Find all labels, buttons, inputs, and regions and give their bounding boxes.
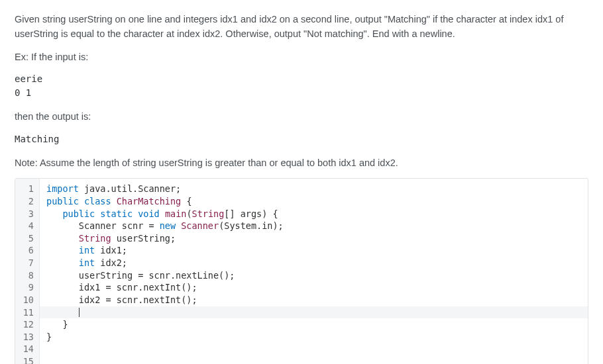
prompt-paragraph-4: Note: Assume the length of string userSt… — [15, 156, 588, 170]
code-line[interactable]: } — [46, 318, 581, 331]
line-number: 3 — [22, 208, 34, 220]
line-number: 6 — [22, 244, 34, 257]
code-line[interactable]: int idx1; — [46, 244, 581, 257]
prompt-paragraph-3: then the output is: — [15, 109, 588, 124]
line-number: 5 — [22, 232, 34, 245]
line-number: 4 — [22, 220, 34, 232]
code-line[interactable]: userString = scnr.nextLine(); — [46, 269, 581, 282]
line-number: 15 — [22, 355, 34, 364]
code-line[interactable]: String userString; — [46, 232, 581, 245]
code-line[interactable]: idx1 = scnr.nextInt(); — [46, 281, 581, 294]
line-number: 8 — [22, 269, 34, 282]
code-line[interactable]: import java.util.Scanner; — [46, 183, 581, 195]
line-number: 1 — [22, 183, 34, 195]
code-line[interactable]: public class CharMatching { — [46, 195, 581, 208]
text-cursor — [79, 308, 80, 317]
prompt-paragraph-2: Ex: If the input is: — [15, 50, 588, 64]
code-line[interactable]: } — [46, 331, 581, 343]
code-line[interactable]: public static void main(String[] args) { — [46, 208, 581, 220]
line-number: 12 — [22, 318, 34, 331]
code-line[interactable]: int idx2; — [46, 257, 581, 269]
line-number: 11 — [22, 306, 34, 319]
problem-statement: Given string userString on one line and … — [15, 12, 588, 170]
code-editor[interactable]: 1234567891011121314151617 import java.ut… — [15, 178, 588, 364]
line-number: 14 — [22, 343, 34, 355]
code-line[interactable]: idx2 = scnr.nextInt(); — [46, 294, 581, 306]
example-input-block: eerie 0 1 — [15, 72, 588, 100]
line-number: 7 — [22, 257, 34, 269]
line-number: 10 — [22, 294, 34, 306]
code-area[interactable]: import java.util.Scanner;public class Ch… — [40, 179, 588, 364]
prompt-paragraph-1: Given string userString on one line and … — [15, 12, 588, 42]
line-number-gutter: 1234567891011121314151617 — [15, 179, 40, 364]
line-number: 2 — [22, 195, 34, 208]
code-line[interactable]: Scanner scnr = new Scanner(System.in); — [46, 220, 581, 232]
line-number: 13 — [22, 331, 34, 343]
example-output-block: Matching — [15, 132, 588, 146]
code-line[interactable] — [40, 306, 588, 319]
line-number: 9 — [22, 281, 34, 294]
